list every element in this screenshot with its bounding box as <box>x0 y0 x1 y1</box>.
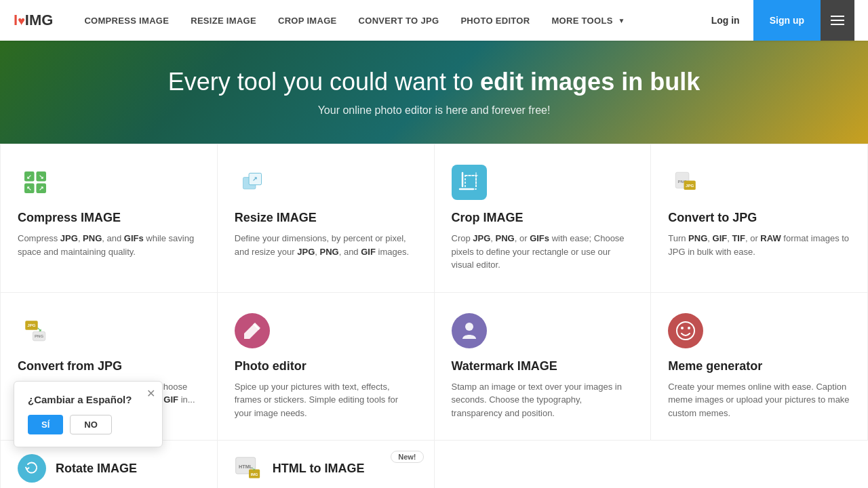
resize-icon: ↗ <box>235 165 270 200</box>
watermark-desc: Stamp an image or text over your images … <box>452 380 634 420</box>
tool-card-compress[interactable]: ↙ ↘ ↖ ↗ Compress IMAGE Compress JPG, PNG… <box>1 144 218 293</box>
watermark-icon <box>452 313 487 348</box>
hamburger-button[interactable] <box>821 0 854 41</box>
svg-point-27 <box>677 322 694 340</box>
resize-title: Resize IMAGE <box>235 211 417 225</box>
convert-jpg-desc: Turn PNG, GIF, TIF, or RAW format images… <box>668 232 850 258</box>
logo[interactable]: I♥IMG <box>14 12 53 29</box>
tool-card-photo-editor[interactable]: Photo editor Spice up your pictures with… <box>218 293 435 441</box>
lang-buttons: SÍ NO <box>28 415 149 434</box>
hero-title: Every tool you could want to edit images… <box>168 68 700 96</box>
lang-no-button[interactable]: NO <box>70 415 112 434</box>
convert-jpg-title: Convert to JPG <box>668 211 850 225</box>
svg-text:↖: ↖ <box>26 185 32 192</box>
lang-dialog-title: ¿Cambiar a Español? <box>28 394 149 405</box>
watermark-title: Watermark IMAGE <box>452 359 634 373</box>
resize-desc: Define your dimensions, by percent or pi… <box>235 232 417 258</box>
rotate-title: Rotate IMAGE <box>56 462 137 476</box>
convert-from-jpg-icon: JPG PNG ↘ <box>18 313 53 348</box>
svg-text:JPG: JPG <box>27 323 36 327</box>
crop-title: Crop IMAGE <box>452 211 634 225</box>
svg-rect-15 <box>465 176 476 189</box>
meme-icon <box>668 313 703 348</box>
nav-convert-jpg[interactable]: CONVERT TO JPG <box>348 0 450 41</box>
nav-more-tools[interactable]: MORE TOOLS ▼ <box>540 0 635 41</box>
lang-yes-button[interactable]: SÍ <box>28 415 63 434</box>
svg-text:↗: ↗ <box>39 185 44 192</box>
hamburger-line-2 <box>831 20 844 21</box>
nav-crop[interactable]: CROP IMAGE <box>267 0 348 41</box>
nav-resize[interactable]: RESIZE IMAGE <box>180 0 267 41</box>
svg-text:↗: ↗ <box>252 176 258 182</box>
hamburger-line-3 <box>831 24 844 25</box>
crop-icon <box>452 165 487 200</box>
svg-point-29 <box>688 327 690 329</box>
tool-card-crop[interactable]: Crop IMAGE Crop JPG, PNG, or GIFs with e… <box>435 144 652 293</box>
svg-point-28 <box>681 327 684 329</box>
svg-text:JPG: JPG <box>686 183 694 188</box>
rotate-icon <box>18 454 46 483</box>
convert-from-jpg-title: Convert from JPG <box>18 359 200 373</box>
hero-subtitle: Your online photo editor is here and for… <box>318 104 551 117</box>
svg-text:↘: ↘ <box>39 174 44 180</box>
svg-text:IMG: IMG <box>250 472 258 476</box>
hero-section: Every tool you could want to edit images… <box>0 41 868 144</box>
nav-compress[interactable]: COMPRESS IMAGE <box>73 0 180 41</box>
svg-text:↘: ↘ <box>251 466 256 472</box>
tool-card-rotate[interactable]: Rotate IMAGE <box>1 441 218 488</box>
nav-photo-editor[interactable]: PHOTO EDITOR <box>450 0 540 41</box>
svg-text:PNG: PNG <box>35 333 44 338</box>
photo-editor-icon <box>235 313 270 348</box>
html-to-image-title: HTML to IMAGE <box>273 462 365 476</box>
meme-title: Meme generator <box>668 359 850 373</box>
navbar: I♥IMG COMPRESS IMAGE RESIZE IMAGE CROP I… <box>0 0 868 41</box>
compress-desc: Compress JPG, PNG, and GIFs while saving… <box>18 232 200 258</box>
new-badge: New! <box>391 451 423 463</box>
language-dialog: ✕ ¿Cambiar a Español? SÍ NO <box>14 381 163 447</box>
svg-text:↘: ↘ <box>37 326 42 333</box>
signup-button[interactable]: Sign up <box>753 0 821 41</box>
svg-point-26 <box>465 323 473 331</box>
hamburger-line-1 <box>831 16 844 17</box>
photo-editor-desc: Spice up your pictures with text, effect… <box>235 380 417 420</box>
meme-desc: Create your memes online with ease. Capt… <box>668 380 850 420</box>
photo-editor-title: Photo editor <box>235 359 417 373</box>
compress-icon: ↙ ↘ ↖ ↗ <box>18 165 53 200</box>
tool-card-resize[interactable]: ↗ Resize IMAGE Define your dimensions, b… <box>218 144 435 293</box>
tool-card-html-to-image[interactable]: New! HTML IMG ↘ HTML to IMAGE <box>218 441 435 488</box>
chevron-down-icon: ▼ <box>618 17 625 24</box>
nav-actions: Log in Sign up <box>698 0 854 41</box>
tool-card-meme[interactable]: Meme generator Create your memes online … <box>651 293 868 441</box>
lang-close-button[interactable]: ✕ <box>146 388 155 399</box>
svg-text:↙: ↙ <box>26 174 32 180</box>
crop-desc: Crop JPG, PNG, or GIFs with ease; Choose… <box>452 232 634 272</box>
login-button[interactable]: Log in <box>698 0 753 41</box>
tool-card-convert-jpg[interactable]: PNG JPG Convert to JPG Turn PNG, GIF, TI… <box>651 144 868 293</box>
nav-links: COMPRESS IMAGE RESIZE IMAGE CROP IMAGE C… <box>73 0 697 41</box>
compress-title: Compress IMAGE <box>18 211 200 225</box>
convert-jpg-icon: PNG JPG <box>668 165 703 200</box>
tool-card-watermark[interactable]: Watermark IMAGE Stamp an image or text o… <box>435 293 652 441</box>
logo-text: I♥IMG <box>14 12 53 29</box>
html-to-image-icon: HTML IMG ↘ <box>235 454 263 483</box>
